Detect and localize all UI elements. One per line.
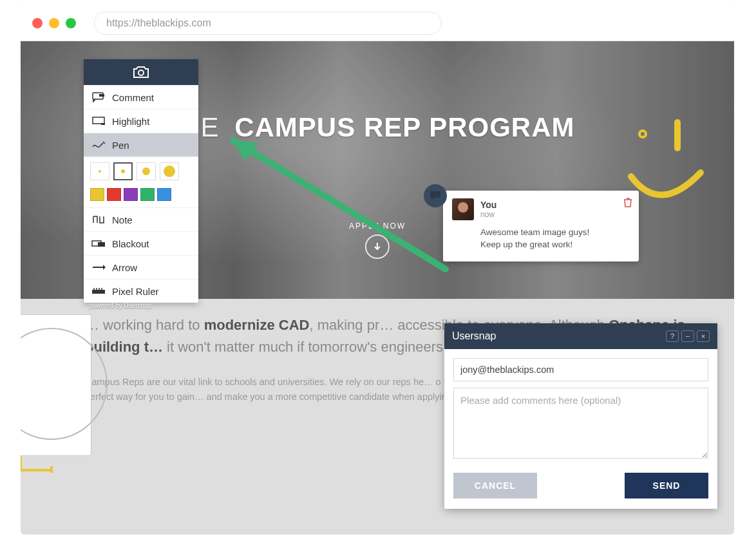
comment-pin[interactable]: [424, 184, 447, 207]
tool-label: Note: [112, 214, 133, 225]
pen-size-picker: [84, 157, 198, 185]
tool-highlight[interactable]: Highlight: [84, 109, 198, 133]
annotation-toolbar: Comment Highlight Pen Note: [84, 59, 198, 303]
dialog-close-button[interactable]: ×: [697, 330, 710, 342]
toolbar-header: [84, 59, 198, 85]
tool-label: Arrow: [112, 262, 137, 273]
comments-field[interactable]: [453, 388, 708, 459]
hero-title: PE CAMPUS REP PROGRAM: [180, 112, 575, 143]
camera-icon: [132, 65, 150, 79]
email-field[interactable]: [453, 358, 708, 381]
comment-popover: You now Awesome team image guys! Keep up…: [443, 191, 639, 261]
arrow-icon: [91, 261, 106, 273]
pen-size-md[interactable]: [137, 162, 156, 180]
dialog-titlebar[interactable]: Usersnap ? − ×: [444, 323, 717, 349]
window-traffic-lights: [32, 18, 76, 28]
tool-label: Highlight: [112, 116, 149, 127]
tool-label: Comment: [112, 92, 154, 103]
pen-size-sm[interactable]: [113, 162, 133, 180]
pen-size-xs[interactable]: [90, 162, 109, 180]
svg-marker-11: [103, 265, 106, 270]
tool-note[interactable]: Note: [84, 207, 198, 231]
close-window-button[interactable]: [32, 18, 43, 28]
send-button[interactable]: SEND: [625, 473, 708, 498]
minimize-window-button[interactable]: [49, 18, 59, 28]
tool-pen[interactable]: Pen: [84, 133, 198, 157]
comment-timestamp: now: [480, 210, 496, 219]
svg-rect-9: [98, 242, 105, 247]
pen-icon: [91, 139, 106, 151]
address-bar[interactable]: https://theblackips.com: [94, 12, 442, 35]
powered-by-label: powered by Usersnap: [84, 299, 156, 316]
dialog-help-button[interactable]: ?: [666, 330, 679, 342]
hero-title-main: CAMPUS REP PROGRAM: [234, 112, 574, 142]
svg-rect-12: [92, 290, 105, 294]
color-swatch-purple[interactable]: [124, 188, 138, 201]
blackout-icon: [91, 238, 106, 249]
tool-label: Pixel Ruler: [112, 286, 159, 297]
color-swatch-yellow[interactable]: [90, 188, 104, 201]
tool-arrow[interactable]: Arrow: [84, 255, 198, 279]
comment-icon: [91, 91, 106, 103]
ruler-icon: [91, 285, 106, 297]
note-icon: [91, 214, 106, 225]
browser-window: https://theblackips.com PE CAMPUS REP PR…: [21, 5, 734, 535]
apply-now-button[interactable]: APPLY NOW: [349, 222, 406, 259]
tool-label: Blackout: [112, 238, 149, 249]
svg-rect-7: [101, 123, 105, 125]
ruler-annotation: [21, 453, 54, 475]
svg-rect-5: [99, 94, 104, 97]
trash-icon: [623, 197, 632, 207]
dialog-title: Usersnap: [452, 330, 496, 342]
color-swatch-red[interactable]: [107, 188, 121, 201]
color-swatch-green[interactable]: [140, 188, 155, 201]
cancel-button[interactable]: CANCEL: [453, 473, 537, 498]
svg-point-0: [641, 133, 644, 135]
browser-chrome: https://theblackips.com: [21, 5, 734, 41]
apply-now-label: APPLY NOW: [349, 222, 406, 231]
tool-blackout[interactable]: Blackout: [84, 231, 198, 255]
feedback-dialog: Usersnap ? − × CANCEL SEND: [444, 323, 717, 509]
color-swatch-blue[interactable]: [157, 188, 171, 201]
delete-comment-button[interactable]: [623, 197, 632, 210]
comment-author: You: [480, 200, 496, 210]
tool-comment[interactable]: Comment: [84, 85, 198, 109]
zoom-window-button[interactable]: [66, 18, 76, 28]
avatar: [452, 198, 474, 220]
highlight-icon: [91, 115, 106, 127]
svg-point-3: [138, 70, 144, 75]
pen-size-lg[interactable]: [160, 162, 179, 180]
speech-bubble-icon: [430, 191, 441, 201]
tool-label: Pen: [112, 140, 129, 151]
comment-body: Awesome team image guys! Keep up the gre…: [480, 227, 630, 251]
download-icon: [365, 234, 390, 259]
svg-rect-6: [93, 117, 104, 124]
pen-color-picker: [84, 185, 198, 207]
partial-offscreen-card: [21, 314, 91, 456]
address-bar-url: https://theblackips.com: [106, 17, 211, 29]
dialog-minimize-button[interactable]: −: [681, 330, 694, 342]
